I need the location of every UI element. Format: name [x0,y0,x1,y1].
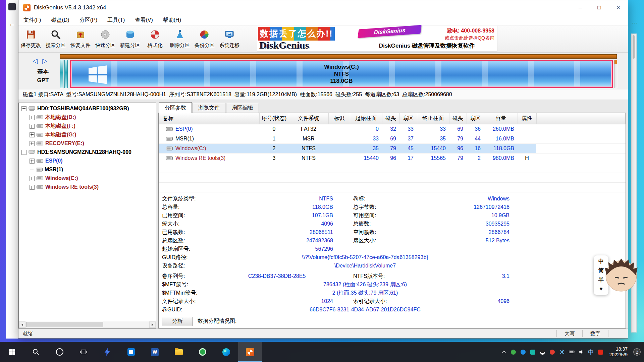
taskbar-app-explorer[interactable] [167,342,191,362]
expand-expander-icon[interactable] [30,115,35,120]
store-icon [127,348,135,356]
format-button[interactable]: 格式化 [143,27,167,51]
tab-sector-edit[interactable]: 扇区编辑 [226,103,259,113]
ad-banner[interactable]: 数据丢了怎么办!! DiskGenius DiskGenius 致电: 400-… [257,26,497,52]
menu-help[interactable]: 帮助(H) [158,15,186,25]
tree-item-recovery-e[interactable]: RECOVERY(E:) [19,139,156,148]
taskbar-app-store[interactable] [119,342,143,362]
backup-partition-button[interactable]: 备份分区 [192,27,217,51]
ime-indicator[interactable]: 中 [588,348,594,356]
save-changes-button[interactable]: 保存更改 [18,27,43,51]
expand-expander-icon[interactable] [30,185,35,190]
tree-item-windows-re-tools[interactable]: Windows RE tools(3) [19,183,156,191]
tree-disk-label: HD0:TOSHIBAMQ04ABF100(932GB) [37,106,129,112]
delete-partition-button[interactable]: 删除分区 [167,27,192,51]
back-arrow-icon[interactable]: ← [9,20,15,28]
tab-browse-files[interactable]: 浏览文件 [193,103,225,113]
table-empty-row [159,182,626,192]
minimize-button[interactable]: – [571,0,590,15]
ime-simplified[interactable]: 简 [598,267,604,274]
ime-heart-icon[interactable]: ♥ [599,286,603,292]
menu-view[interactable]: 查看(V) [130,15,158,25]
tree-item-local-disk-g[interactable]: 本地磁盘(G:) [19,130,156,139]
expand-expander-icon[interactable] [30,159,35,164]
overflow-menu-icon[interactable]: ⋯ [632,19,638,27]
background-scrollbar-thumb[interactable] [633,35,635,59]
scroll-left-icon[interactable] [19,321,25,328]
quick-partition-button[interactable]: 快速分区 [93,27,118,51]
expand-expander-icon[interactable] [30,124,35,129]
disk-header-strip [60,54,617,59]
nav-right-icon[interactable]: ▷ [42,57,49,64]
tree-horizontal-scrollbar[interactable] [19,321,156,328]
menu-file[interactable]: 文件(F) [18,15,46,25]
hard-disk-icon [29,149,35,155]
table-row-windows-c-selected[interactable]: Windows(C:) 2 NTFS 35 79 45 15440 96 16 [159,143,626,153]
scrollbar-thumb[interactable] [26,322,103,327]
notification-badge[interactable]: 2 [633,348,641,356]
tree-item-local-disk-d[interactable]: 本地磁盘(D:) [19,113,156,122]
tree-item-local-disk-f[interactable]: 本地磁盘(F:) [19,122,156,130]
partition-icon [166,146,173,150]
tree-item-msr[interactable]: MSR(1) [19,165,156,174]
tree-item-label: 本地磁盘(D:) [45,114,76,121]
tray-red-icon[interactable] [549,349,555,355]
tray-expand-icon[interactable] [501,349,507,355]
start-button[interactable] [0,342,24,362]
menu-tools[interactable]: 工具(T) [102,15,130,25]
tree-disk-hd0[interactable]: HD0:TOSHIBAMQ04ABF100(932GB) [19,104,156,113]
new-partition-button[interactable]: 新建分区 [118,27,143,51]
taskbar-app-lightning[interactable] [95,342,119,362]
scroll-right-icon[interactable] [149,321,156,328]
system-migration-label: 系统迁移 [219,42,239,49]
expand-expander-icon[interactable] [30,176,35,181]
tray-blue-icon[interactable] [520,349,526,355]
tab-partition-params[interactable]: 分区参数 [159,102,192,113]
partition-bar-fs: NTFS [324,70,359,77]
close-button[interactable]: × [609,0,628,15]
cortana-button[interactable] [48,342,71,362]
ime-mode-chinese[interactable]: 中 [598,258,604,264]
system-migration-button[interactable]: 系统迁移 [217,27,242,51]
taskbar-app-edge[interactable] [214,342,238,362]
maximize-button[interactable]: □ [590,0,609,15]
tray-green-icon[interactable] [511,349,517,355]
sogou-tray-icon[interactable] [598,349,604,355]
table-row-esp[interactable]: ESP(0) 0 FAT32 0 32 33 33 69 36 260.0MB [159,124,626,134]
toolbar: 保存更改 搜索分区 恢复文件 快速分区 新建分区 格式化 [18,25,628,53]
menu-partition[interactable]: 分区(P) [74,15,102,25]
taskbar-clock[interactable]: 18:37 2022/5/9 [607,346,630,358]
ime-halfwidth[interactable]: 半 [598,277,604,283]
search-partition-button[interactable]: 搜索分区 [43,27,68,51]
tree-disk-hd1[interactable]: HD1:SAMSUNGMZNLN128HAHQ-000 [19,148,156,157]
analyze-button[interactable]: 分析 [162,317,193,326]
ad-subtitle: DiskGenius 磁盘管理及数据恢复软件 [358,42,496,50]
tray-qq-icon[interactable] [540,349,546,355]
taskbar-app-word[interactable]: W [143,342,167,362]
taskbar-app-green[interactable] [191,342,214,362]
expand-expander-icon[interactable] [30,141,35,146]
collapse-expander-icon[interactable] [21,150,26,155]
ad-qq-link[interactable]: 或点击此处选择QQ咨询 [445,35,494,41]
recover-files-button[interactable]: 恢复文件 [68,27,93,51]
small-partition-bar-2[interactable] [64,60,68,88]
table-row-msr[interactable]: MSR(1) 1 MSR 33 69 37 35 79 44 16.0MB [159,134,626,143]
speaker-icon[interactable] [579,349,585,355]
table-row-windows-re-tools[interactable]: Windows RE tools(3) 3 NTFS 15440 96 17 1… [159,153,626,163]
nav-left-icon[interactable]: ◁ [33,57,39,64]
tray-snowflake-icon[interactable] [559,349,565,355]
expand-expander-icon[interactable] [30,132,35,137]
partition-bar-size: 118.0GB [324,77,359,84]
taskbar-app-diskgenius-active[interactable] [238,342,262,362]
tree-item-esp[interactable]: ESP(0) [19,157,156,165]
task-view-button[interactable] [71,342,95,362]
taskbar-search-button[interactable] [24,342,48,362]
partition-bar-windows-c[interactable]: Windows(C:) NTFS 118.0GB [70,60,613,88]
battery-icon[interactable] [569,349,575,355]
small-partition-bar-1[interactable] [60,60,63,88]
menu-disk[interactable]: 磁盘(D) [46,15,74,25]
tree-item-windows-c[interactable]: Windows(C:) [19,174,156,183]
collapse-expander-icon[interactable] [21,106,26,111]
table-header-row[interactable]: 卷标 序号(状态) 文件系统 标识 起始柱面 磁头 扇区 终止柱面 磁头 扇区 [159,113,626,124]
tray-teal-icon[interactable] [530,349,536,355]
